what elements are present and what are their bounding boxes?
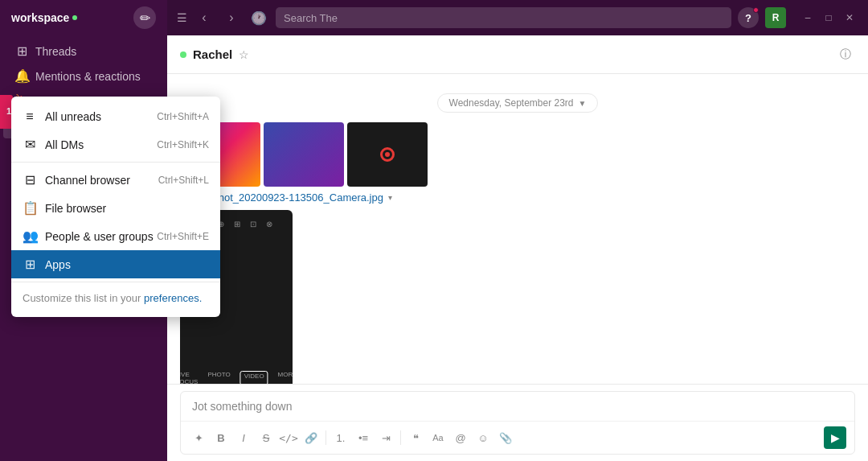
dropdown-people[interactable]: 👥 People & user groups Ctrl+Shift+E [11,222,220,250]
search-bar[interactable]: Search The [276,7,731,28]
date-separator-wed: Wednesday, September 23rd ▼ [180,93,855,113]
dropdown-divider-2 [11,282,220,282]
toolbar-separator-2 [400,430,401,445]
code-button[interactable]: </> [279,428,298,447]
all-dms-icon: ✉ [23,137,37,152]
dropdown-item-left-5: 👥 People & user groups [23,228,154,244]
maximize-button[interactable]: □ [820,9,837,27]
input-placeholder[interactable]: Jot something down [181,392,854,421]
input-toolbar: ✦ B I S </> 🔗 1. •≡ ⇥ ❝ Aa @ ☺ 📎 ▶ [181,421,854,454]
indent-button[interactable]: ⇥ [376,428,395,447]
strikethrough-button[interactable]: S [256,428,276,447]
bold-button[interactable]: B [211,428,231,447]
date-pill-wed[interactable]: Wednesday, September 23rd ▼ [437,93,599,113]
send-button[interactable]: ▶ [824,426,846,449]
window-controls: – □ ✕ [799,9,858,27]
star-icon[interactable]: ☆ [239,48,249,61]
forward-button[interactable]: › [221,7,242,28]
bullet-list-button[interactable]: •≡ [354,428,373,447]
dropdown-footer: Customize this list in your preferences. [11,286,220,311]
more-dropdown: ≡ All unreads Ctrl+Shift+A ✉ All DMs Ctr… [11,97,220,317]
info-button[interactable]: ⓘ [836,45,855,64]
images-row [180,122,855,187]
compose-button[interactable]: ✏ [133,6,156,29]
online-indicator [72,15,77,20]
attachment-button[interactable]: 📎 [496,428,515,447]
message-group-images: Screenshot_20200923-113506_Camera.jpg ▾ [180,122,855,384]
topbar-right: ? R – □ ✕ [738,7,858,28]
people-icon: 👥 [23,228,37,244]
online-dot [180,51,186,58]
toolbar-separator-1 [326,430,326,445]
italic-button[interactable]: I [234,428,253,447]
channel-name: Rachel [193,47,232,61]
topbar: ☰ ‹ › 🕐 Search The ? R – □ ✕ [167,0,868,35]
link-button[interactable]: 🔗 [301,428,321,447]
file-label[interactable]: Screenshot_20200923-113506_Camera.jpg ▾ [180,191,855,204]
dropdown-file-browser[interactable]: 📋 File browser [11,194,220,222]
channel-browser-icon: ⊟ [23,172,37,187]
image-thumbnail-2[interactable] [264,122,344,187]
dropdown-channel-browser[interactable]: ⊟ Channel browser Ctrl+Shift+L [11,166,220,194]
minimize-button[interactable]: – [799,9,817,27]
main-content: ☰ ‹ › 🕐 Search The ? R – □ ✕ [167,0,868,461]
mentions-icon: 🔔 [14,68,29,84]
preferences-link[interactable]: preferences. [144,292,202,304]
close-button[interactable]: ✕ [841,9,858,27]
numbered-list-button[interactable]: 1. [331,428,350,447]
dropdown-divider [11,162,220,163]
notification-dot [753,7,759,13]
dropdown-apps[interactable]: ⊞ Apps [11,250,220,278]
sidebar-header: workspace ✏ [0,0,167,35]
dropdown-item-left: ≡ All unreads [23,109,101,124]
messages-area: Wednesday, September 23rd ▼ Screenshot_2… [167,74,868,384]
image-thumbnail-3[interactable] [347,122,428,187]
emoji-button[interactable]: ☺ [473,428,493,447]
input-box: Jot something down ✦ B I S </> 🔗 1. •≡ ⇥… [180,391,855,455]
workspace-name[interactable]: workspace [11,11,77,24]
avatar[interactable]: R [765,7,786,28]
sidebar-item-mentions[interactable]: 🔔 Mentions & reactions [3,64,164,88]
message-input-area: Jot something down ✦ B I S </> 🔗 1. •≡ ⇥… [167,384,868,461]
format-button[interactable]: ✦ [189,428,208,447]
back-button[interactable]: ‹ [194,7,215,28]
dropdown-all-dms[interactable]: ✉ All DMs Ctrl+Shift+K [11,130,220,158]
sidebar-item-threads[interactable]: ⊞ Threads [3,39,164,64]
apps-icon: ⊞ [23,257,37,272]
mention-button[interactable]: @ [451,428,470,447]
file-chevron-icon: ▾ [388,193,392,202]
dropdown-item-left-2: ✉ All DMs [23,137,84,152]
dropdown-item-left-4: 📋 File browser [23,200,106,216]
help-button[interactable]: ? [738,7,759,28]
dropdown-item-left-6: ⊞ Apps [23,257,71,272]
channel-header: Rachel ☆ ⓘ [167,35,868,74]
file-browser-icon: 📋 [23,200,37,216]
text-size-button[interactable]: Aa [428,428,448,447]
history-button[interactable]: 🕐 [248,7,269,28]
hamburger-icon[interactable]: ☰ [177,11,187,24]
threads-icon: ⊞ [14,43,29,59]
blockquote-button[interactable]: ❝ [406,428,425,447]
dropdown-all-unreads[interactable]: ≡ All unreads Ctrl+Shift+A [11,103,220,130]
dropdown-item-left-3: ⊟ Channel browser [23,172,130,187]
all-unreads-icon: ≡ [23,109,37,124]
chevron-down-icon: ▼ [579,99,587,108]
